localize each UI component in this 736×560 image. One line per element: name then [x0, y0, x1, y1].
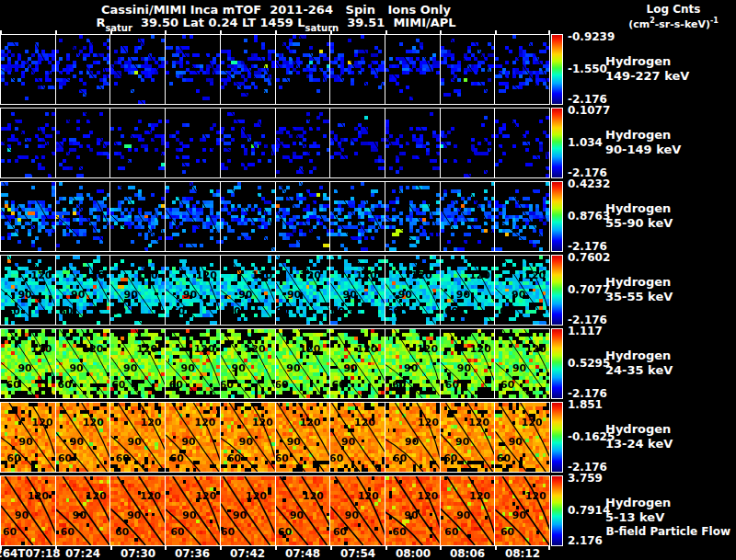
row-1-colorbar	[551, 108, 563, 178]
row-6-panels-canvas	[0, 475, 550, 546]
row-4-colorbar	[551, 328, 563, 399]
energy-band-row-0: -0.9239-1.550-2.176Hydrogen149-227 keV	[0, 34, 736, 105]
bfield-flow-label: B-field Particle Flow	[552, 525, 733, 538]
row-0-energy-range: 149-227 keV	[605, 69, 689, 84]
row-5-colorbar	[551, 402, 563, 473]
axis-tick	[385, 546, 387, 550]
colorbar-title: Log Cnts	[611, 3, 736, 16]
axis-tick	[548, 546, 550, 550]
time-axis-label-9: 08:12	[505, 547, 540, 560]
row-0-species-name: Hydrogen	[605, 54, 689, 69]
energy-band-row-2: 0.42320.8763-2.176Hydrogen55-90 keV	[0, 181, 736, 252]
row-6-species-label: Hydrogen5-13 keV	[605, 496, 671, 525]
axis-tick	[440, 546, 442, 550]
row-2-colorbar-top-label: 0.4232	[568, 177, 610, 190]
plot-title: Cassini/MIMI Inca mTOF 2011-264 Spin Ion…	[0, 3, 552, 17]
row-2-colorbar	[551, 181, 563, 252]
row-2-species-name: Hydrogen	[605, 201, 673, 216]
row-4-colorbar-mid-label: 0.5295	[568, 357, 610, 370]
colorbar-header: Log Cnts (cm2-sr-s-keV)-1	[611, 3, 736, 30]
r-label: R	[96, 16, 105, 29]
axis-tick	[330, 546, 332, 550]
energy-band-row-5: 1.851-0.1625-2.176Hydrogen13-24 keV	[0, 402, 736, 473]
row-2-colorbar-mid-label: 0.8763	[568, 210, 610, 223]
time-axis-label-7: 08:00	[396, 547, 431, 560]
time-axis-label-1: 07:24	[65, 547, 100, 560]
units-mid: -sr-s-keV)	[655, 18, 710, 30]
row-6-colorbar-mid-label: 0.7914	[568, 504, 610, 517]
row-3-colorbar-top-label: 0.7602	[568, 251, 610, 264]
row-1-colorbar-mid-label: 1.034	[568, 136, 603, 149]
subtitle-mid: 39.50 Lat 0.24 LT 1459 L	[132, 16, 305, 29]
row-4-energy-range: 24-35 keV	[605, 363, 673, 378]
row-1-species-name: Hydrogen	[605, 128, 681, 143]
axis-tick	[220, 546, 222, 550]
row-2-panels-canvas	[0, 181, 550, 252]
units-prefix: (cm	[628, 18, 650, 30]
row-3-species-label: Hydrogen35-55 keV	[605, 275, 673, 304]
row-6-energy-range: 5-13 keV	[605, 510, 671, 525]
row-4-panels-canvas	[0, 328, 550, 399]
row-3-colorbar-mid-label: 0.7077	[568, 283, 610, 296]
row-2-energy-range: 55-90 keV	[605, 216, 673, 231]
axis-tick	[165, 546, 167, 550]
energy-band-row-1: 0.10771.034-2.176Hydrogen90-149 keV	[0, 108, 736, 178]
row-3-energy-range: 35-55 keV	[605, 290, 673, 304]
time-axis-label-6: 07:54	[340, 547, 375, 560]
time-axis-label-0: 264T07:18	[0, 547, 61, 560]
row-0-colorbar-mid-label: -1.550	[568, 63, 607, 75]
row-0-colorbar	[551, 34, 563, 105]
row-3-panels-canvas	[0, 255, 550, 326]
time-axis-label-3: 07:36	[175, 547, 210, 560]
row-3-species-name: Hydrogen	[605, 275, 673, 290]
row-1-panels-canvas	[0, 108, 550, 178]
row-4-species-name: Hydrogen	[605, 349, 673, 363]
row-0-colorbar-top-label: -0.9239	[568, 30, 615, 43]
row-5-species-name: Hydrogen	[605, 422, 673, 437]
row-6-species-name: Hydrogen	[605, 496, 671, 510]
row-1-energy-range: 90-149 keV	[605, 143, 681, 157]
plot-subtitle: Rsatur 39.50 Lat 0.24 LT 1459 Lsaturn 39…	[0, 16, 552, 29]
time-axis-label-4: 07:42	[230, 547, 265, 560]
row-6-colorbar-top-label: 3.759	[568, 472, 603, 485]
l-label-subscript: saturn	[305, 23, 339, 33]
energy-band-row-4: 1.1170.5295-2.176Hydrogen24-35 keV	[0, 328, 736, 399]
row-3-colorbar	[551, 255, 563, 326]
r-subscript: satur	[105, 23, 132, 33]
axis-tick	[110, 546, 112, 550]
row-5-panels-canvas	[0, 402, 550, 473]
spectrogram-figure: Cassini/MIMI Inca mTOF 2011-264 Spin Ion…	[0, 0, 736, 560]
row-1-colorbar-top-label: 0.1077	[568, 104, 610, 117]
row-0-species-label: Hydrogen149-227 keV	[605, 54, 689, 84]
row-4-colorbar-top-label: 1.117	[568, 325, 603, 337]
units-superscript-inverse: -1	[710, 17, 719, 25]
colorbar-units: (cm2-sr-s-keV)-1	[611, 17, 736, 30]
row-5-energy-range: 13-24 keV	[605, 437, 673, 451]
time-axis-label-8: 08:06	[450, 547, 485, 560]
row-5-species-label: Hydrogen13-24 keV	[605, 422, 673, 451]
time-axis-label-2: 07:30	[121, 547, 155, 560]
row-2-species-label: Hydrogen55-90 keV	[605, 201, 673, 231]
row-0-panels-canvas	[0, 34, 550, 105]
row-1-species-label: Hydrogen90-149 keV	[605, 128, 681, 157]
subtitle-tail: 39.51 MIMI/APL	[339, 16, 455, 29]
time-axis-label-5: 07:48	[285, 547, 320, 560]
row-4-species-label: Hydrogen24-35 keV	[605, 349, 673, 378]
energy-band-row-3: 0.76020.7077-2.176Hydrogen35-55 keV	[0, 255, 736, 326]
axis-tick	[495, 546, 497, 550]
axis-tick	[275, 546, 277, 550]
row-5-colorbar-top-label: 1.851	[568, 398, 603, 411]
